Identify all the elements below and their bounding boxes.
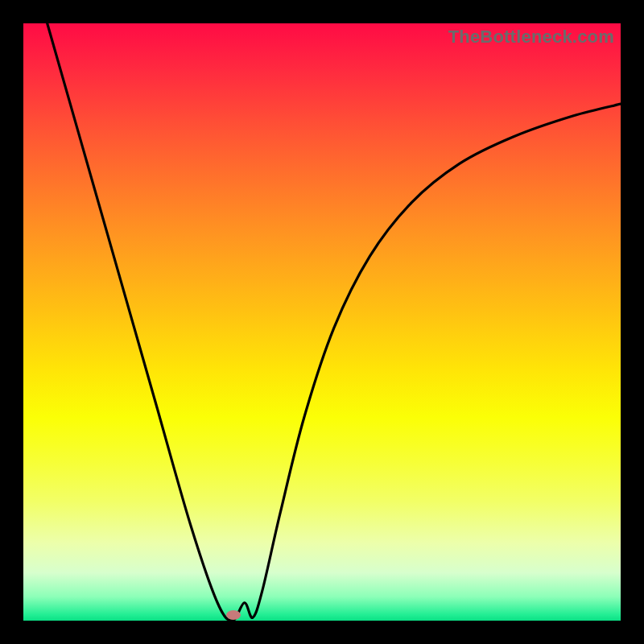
optimum-marker — [226, 610, 241, 620]
chart-frame: TheBottleneck.com — [0, 0, 644, 644]
curve-path — [47, 23, 621, 621]
plot-area: TheBottleneck.com — [23, 23, 621, 621]
bottleneck-curve — [23, 23, 621, 621]
watermark-text: TheBottleneck.com — [448, 27, 614, 47]
